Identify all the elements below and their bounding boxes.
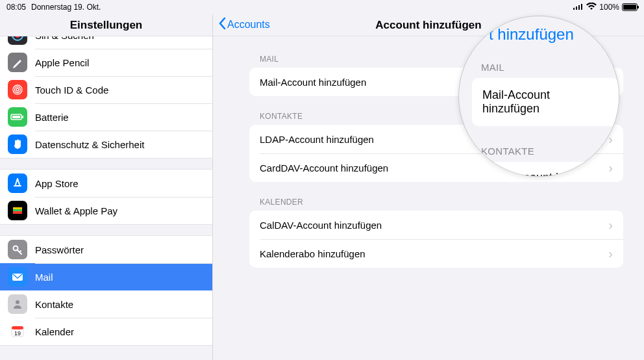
svg-rect-13 — [13, 207, 22, 209]
card: CalDAV-Account hinzufügen›Kalenderabo hi… — [249, 211, 623, 268]
pencil-icon — [8, 53, 27, 72]
contacts-icon — [8, 294, 27, 314]
status-date: Donnerstag 19. Okt. — [31, 3, 101, 12]
sidebar-item-mail[interactable]: Mail — [0, 263, 212, 290]
battery-percent: 100% — [599, 3, 619, 12]
sidebar-item-siri[interactable]: Siri & Suchen — [0, 36, 212, 49]
app: Einstellungen Siri & SuchenApple PencilT… — [0, 14, 644, 360]
chevron-right-icon: › — [608, 161, 613, 174]
status-bar: 08:05 Donnerstag 19. Okt. 100% — [0, 0, 644, 14]
row-label: CardDAV-Account hinzufügen — [260, 162, 388, 174]
sidebar-item-appstore[interactable]: App Store — [0, 170, 212, 197]
row-label: Mail-Account hinzufügen — [260, 77, 366, 88]
sidebar-group: PasswörterMailKontakte19Kalender — [0, 235, 212, 346]
sidebar-item-battery[interactable]: Batterie — [0, 103, 212, 131]
sidebar-item-label: Datenschutz & Sicherheit — [35, 139, 144, 150]
svg-point-8 — [16, 88, 19, 91]
sidebar-title: Einstellungen — [70, 19, 142, 32]
chevron-right-icon: › — [608, 247, 613, 260]
status-right: 100% — [573, 3, 638, 12]
row-label: LDAP-Account hinzufügen — [260, 134, 374, 145]
section-header: KALENDER — [260, 198, 623, 207]
sidebar-group: Siri & SuchenApple PencilTouch ID & Code… — [0, 36, 212, 159]
sidebar-item-label: Siri & Suchen — [35, 36, 94, 41]
svg-point-5 — [15, 36, 20, 38]
sidebar-item-label: Kalender — [35, 326, 74, 337]
status-left: 08:05 Donnerstag 19. Okt. — [6, 3, 101, 12]
sidebar-item-label: Apple Pencil — [35, 57, 89, 68]
calendar-icon: 19 — [8, 322, 27, 341]
battery-icon — [622, 3, 638, 11]
row[interactable]: Kalenderabo hinzufügen› — [249, 239, 623, 268]
sidebar-item-contacts[interactable]: Kontakte — [0, 290, 212, 318]
svg-point-18 — [16, 300, 19, 304]
detail-pane: Accounts Account hinzufügen MAILMail-Acc… — [213, 14, 644, 360]
svg-rect-11 — [22, 116, 23, 118]
sidebar-item-label: Wallet & Apple Pay — [35, 205, 118, 216]
magnifier: t hinzufügen MAIL Mail-Account hinzufüge… — [458, 16, 619, 177]
svg-rect-10 — [12, 116, 20, 118]
sidebar-item-label: Touch ID & Code — [35, 84, 108, 96]
mail-icon — [8, 267, 27, 287]
sidebar-item-label: Mail — [35, 272, 53, 283]
key-icon — [8, 240, 27, 259]
svg-rect-2 — [578, 5, 580, 10]
sidebar-item-label: Batterie — [35, 112, 69, 123]
chevron-right-icon: › — [608, 218, 613, 231]
svg-rect-14 — [13, 209, 22, 211]
sidebar-item-wallet[interactable]: Wallet & Apple Pay — [0, 197, 212, 224]
row[interactable]: CalDAV-Account hinzufügen› — [249, 211, 623, 239]
fingerprint-icon — [8, 80, 27, 99]
sidebar: Einstellungen Siri & SuchenApple PencilT… — [0, 14, 213, 360]
status-time: 08:05 — [6, 3, 26, 12]
sidebar-item-label: Passwörter — [35, 244, 84, 255]
svg-text:19: 19 — [14, 330, 21, 337]
row-label: CalDAV-Account hinzufügen — [260, 220, 382, 231]
svg-rect-1 — [576, 6, 577, 10]
sidebar-header: Einstellungen — [0, 14, 212, 36]
appstore-icon — [8, 174, 27, 193]
svg-rect-15 — [13, 211, 22, 214]
sidebar-item-calendar[interactable]: 19Kalender — [0, 318, 212, 345]
siri-icon — [8, 36, 27, 45]
battery-icon — [8, 107, 27, 127]
sidebar-item-label: Kontakte — [35, 299, 73, 310]
wifi-icon — [586, 3, 597, 12]
sidebar-content[interactable]: Siri & SuchenApple PencilTouch ID & Code… — [0, 36, 212, 360]
mag-section-mail: MAIL — [481, 62, 619, 73]
svg-rect-3 — [581, 4, 582, 10]
row-label: Kalenderabo hinzufügen — [260, 248, 365, 259]
svg-rect-0 — [573, 8, 575, 10]
sidebar-item-key[interactable]: Passwörter — [0, 236, 212, 263]
wallet-icon — [8, 201, 27, 220]
sidebar-item-pencil[interactable]: Apple Pencil — [0, 49, 212, 76]
svg-point-7 — [15, 87, 21, 93]
sidebar-item-hand[interactable]: Datenschutz & Sicherheit — [0, 131, 212, 158]
sidebar-item-fingerprint[interactable]: Touch ID & Code — [0, 76, 212, 103]
svg-rect-20 — [12, 326, 23, 329]
sidebar-group: App StoreWallet & Apple Pay — [0, 169, 212, 225]
hand-icon — [8, 135, 27, 154]
cellular-icon — [573, 3, 584, 12]
mag-row-mail[interactable]: Mail-Account hinzufügen — [472, 78, 619, 126]
sidebar-item-label: App Store — [35, 178, 79, 189]
